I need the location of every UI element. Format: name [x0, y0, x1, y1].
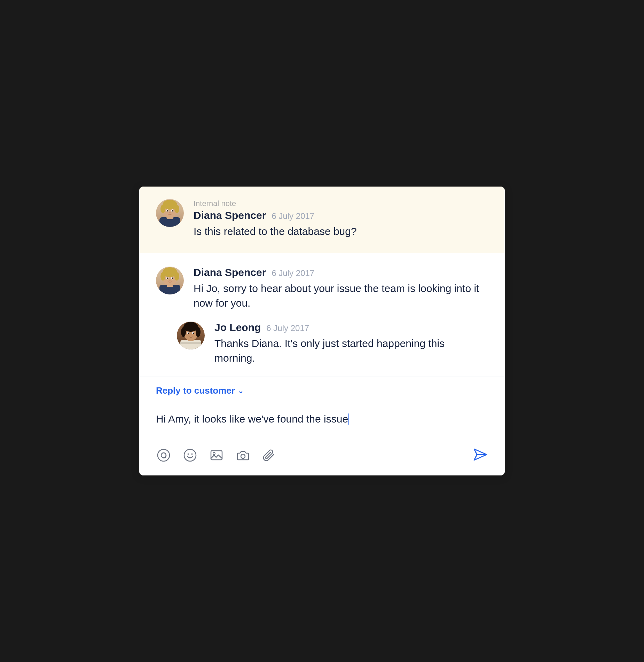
reply-draft-text[interactable]: Hi Amy, it looks like we've found the is… [156, 409, 488, 429]
note-header: Diana Spencer 6 July 2017 [194, 210, 357, 221]
main-card: Internal note Diana Spencer 6 July 2017 … [139, 187, 505, 475]
text-cursor [348, 413, 349, 425]
camera-button[interactable] [235, 448, 251, 463]
svg-point-8 [167, 210, 168, 211]
diana-message-text: Hi Jo, sorry to hear about your issue th… [194, 281, 488, 310]
note-label: Internal note [194, 199, 357, 208]
diana-timestamp: 6 July 2017 [272, 268, 314, 278]
jo-message-text: Thanks Diana. It's only just started hap… [214, 336, 488, 365]
svg-point-19 [167, 277, 168, 279]
note-author: Diana Spencer [194, 210, 266, 221]
image-button[interactable] [209, 448, 224, 463]
svg-point-20 [172, 277, 173, 279]
attach-button[interactable] [262, 448, 277, 463]
diana-message-content: Diana Spencer 6 July 2017 Hi Jo, sorry t… [194, 267, 488, 310]
svg-point-10 [169, 212, 171, 213]
message-row-jo: Jo Leong 6 July 2017 Thanks Diana. It's … [177, 322, 488, 365]
svg-point-37 [191, 454, 193, 455]
send-button[interactable] [471, 446, 488, 464]
conversation-section: Diana Spencer 6 July 2017 Hi Jo, sorry t… [139, 253, 505, 365]
chevron-down-icon: ⌄ [238, 387, 244, 395]
bottom-toolbar [139, 439, 505, 475]
mention-button[interactable] [156, 448, 171, 463]
svg-rect-22 [180, 340, 201, 349]
svg-point-16 [174, 272, 179, 281]
reply-label-text: Reply to customer [156, 385, 235, 396]
reply-toolbar: Reply to customer ⌄ [139, 377, 505, 400]
avatar-diana-note [156, 199, 184, 227]
svg-point-28 [196, 327, 201, 337]
jo-timestamp: 6 July 2017 [266, 323, 309, 333]
emoji-button[interactable] [182, 448, 198, 463]
reply-area[interactable]: Hi Amy, it looks like we've found the is… [139, 400, 505, 439]
internal-note-content: Internal note Diana Spencer 6 July 2017 … [194, 199, 357, 239]
avatar-jo [177, 322, 205, 349]
svg-point-21 [169, 280, 171, 281]
reply-to-customer-button[interactable]: Reply to customer ⌄ [156, 385, 488, 396]
draft-text: Hi Amy, it looks like we've found the is… [156, 411, 348, 427]
formatting-icons [156, 448, 277, 463]
svg-point-33 [158, 449, 170, 461]
jo-author: Jo Leong [214, 322, 261, 333]
svg-rect-38 [211, 451, 222, 460]
diana-message-header: Diana Spencer 6 July 2017 [194, 267, 488, 278]
svg-point-39 [213, 452, 215, 455]
svg-point-5 [174, 205, 179, 213]
svg-point-4 [160, 205, 165, 213]
diana-author: Diana Spencer [194, 267, 266, 278]
svg-point-32 [193, 333, 194, 334]
jo-message-content: Jo Leong 6 July 2017 Thanks Diana. It's … [214, 322, 488, 365]
svg-point-40 [241, 454, 245, 458]
jo-message-header: Jo Leong 6 July 2017 [214, 322, 488, 333]
svg-point-35 [184, 449, 196, 461]
message-row-diana: Diana Spencer 6 July 2017 Hi Jo, sorry t… [156, 267, 488, 310]
avatar-diana-msg [156, 267, 184, 294]
svg-point-31 [188, 333, 189, 334]
svg-point-27 [181, 327, 186, 337]
svg-point-15 [160, 272, 165, 281]
svg-rect-23 [180, 342, 201, 344]
note-message: Is this related to the database bug? [194, 224, 357, 239]
svg-point-36 [188, 454, 189, 455]
svg-point-9 [172, 210, 173, 211]
note-timestamp: 6 July 2017 [272, 211, 314, 221]
internal-note-section: Internal note Diana Spencer 6 July 2017 … [139, 187, 505, 253]
